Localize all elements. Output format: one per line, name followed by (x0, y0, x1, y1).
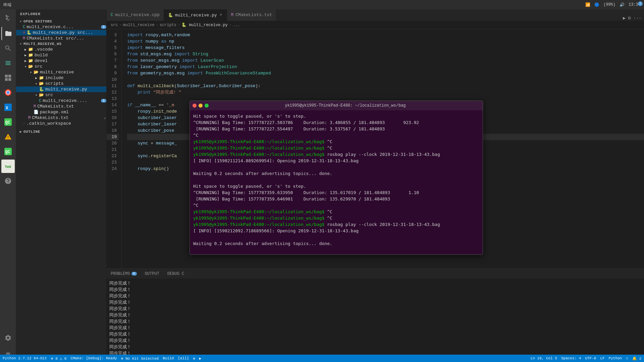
output-line-10: 同步完成！ (109, 338, 641, 344)
file-cmakelists-inner[interactable]: M CMakeLists.txt (16, 104, 106, 109)
tab-close-py[interactable]: × (219, 12, 223, 18)
tab-multi-receive-py[interactable]: 🐍 multi_receive.py × (164, 9, 227, 21)
devel-arrow: ▶ (23, 59, 28, 63)
status-feedback[interactable]: ☺ (626, 356, 628, 360)
file-multi-receive-py[interactable]: 🐍 multi_receive.py (16, 86, 106, 92)
folder-include[interactable]: ▶ 📁 include (16, 75, 106, 81)
open-editors-arrow: ▾ (18, 19, 23, 23)
more-actions-button[interactable]: ··· (634, 16, 641, 21)
activity-qt2[interactable]: QC (1, 145, 15, 158)
ln-23: 23 (107, 159, 119, 166)
status-spaces[interactable]: Spaces: 4 (561, 356, 581, 360)
status-cmake[interactable]: CMake: [Debug]: Ready (70, 356, 117, 360)
file-label-c: multi_receive.... (43, 98, 101, 103)
open-file-multi-receive-py[interactable]: × 🐍 multi_receive.py src... (16, 30, 106, 36)
status-run[interactable]: ▶ (199, 356, 202, 361)
outline-section[interactable]: ▶ OUTLINE (16, 129, 106, 134)
file-label-xml: package.xml (40, 110, 106, 115)
ln-19: 19 (107, 134, 119, 140)
activity-settings[interactable]: 1 (1, 331, 15, 345)
file-catkin-workspace[interactable]: · .catkin_workspace (16, 121, 106, 126)
status-position[interactable]: Ln 19, Col 5 (531, 356, 557, 360)
folder-build[interactable]: ▶ 📁 build (16, 52, 106, 58)
ln-11: 11 (107, 83, 119, 89)
terminal-maximize-button[interactable] (205, 104, 209, 108)
open-editors-section[interactable]: ▾ OPEN EDITORS (16, 19, 106, 24)
activity-source-control[interactable] (1, 12, 15, 25)
folder-icon-include: 📁 (39, 75, 44, 80)
tab-problems[interactable]: PROBLEMS 8 (107, 269, 141, 279)
root-section[interactable]: ▾ MULTI_RECEIVE_WS (16, 41, 106, 47)
output-line-8: 同步完成！ (109, 325, 641, 331)
status-notifications[interactable]: 🔔 2 (632, 356, 641, 361)
tab-label-cpp: multi_receive.cpp (115, 12, 160, 17)
line-numbers: 3 4 5 6 7 8 9 10 11 12 13 14 15 16 17 18… (107, 29, 122, 268)
status-build[interactable]: Build (163, 356, 174, 360)
activity-x[interactable]: X (1, 101, 15, 114)
status-bar-right: Ln 19, Col 5 Spaces: 4 UTF-8 LF Python ☺… (531, 356, 641, 361)
open-file-label-py: multi_receive.py src... (33, 30, 106, 35)
activity-chrome[interactable] (1, 86, 15, 99)
output-line-7: 同步完成！ (109, 318, 641, 325)
status-python[interactable]: Python 2.7.12 64-bit (3, 356, 47, 360)
terminal-close-button[interactable] (193, 104, 197, 108)
activity-warning[interactable] (1, 130, 15, 143)
split-editor-button[interactable]: ⊡ (628, 15, 631, 21)
build-arrow: ▶ (23, 53, 28, 57)
output-line-5: 同步完成！ (109, 306, 641, 312)
code-line-4: import numpy as np (127, 38, 644, 45)
output-line-2: 同步完成！ (109, 287, 641, 293)
open-file-cmakelists[interactable]: M CMakeLists.txt src/... (16, 36, 106, 41)
status-language[interactable]: Python (609, 356, 622, 360)
activity-qt[interactable]: QC (1, 115, 15, 129)
folder-label-vscode: .vscode (35, 47, 106, 52)
src-arrow: ▾ (23, 65, 28, 69)
activity-extensions[interactable] (1, 71, 15, 84)
folder-devel[interactable]: ▶ 📁 devel (16, 58, 106, 64)
breadcrumb-multi-receive[interactable]: multi_receive (123, 23, 155, 27)
activity-search[interactable] (1, 42, 15, 55)
folder-icon-multi-receive: 📂 (34, 70, 39, 75)
file-icon-py2: 🐍 (39, 87, 44, 92)
activity-help[interactable] (1, 174, 15, 188)
folder-src[interactable]: ▾ 📂 src (16, 64, 106, 69)
terminal-minimize-button[interactable] (199, 104, 203, 108)
status-encoding[interactable]: UTF-8 (585, 356, 596, 360)
tab-output[interactable]: OUTPUT (141, 269, 163, 279)
run-button[interactable]: ▶ (623, 15, 626, 21)
breadcrumb-src[interactable]: src (111, 23, 118, 27)
status-errors[interactable]: ⊗ 8 △ 0 (51, 356, 66, 361)
folder-scripts[interactable]: ▾ 📂 scripts (16, 81, 106, 86)
tab-icon-cpp: C (111, 13, 113, 17)
open-file-label-cmake: CMakeLists.txt src/... (26, 36, 106, 41)
activity-latex[interactable]: TeX (1, 160, 15, 173)
file-package-xml[interactable]: 📄 package.xml (16, 109, 106, 115)
folder-src2[interactable]: ▾ 📂 src (16, 92, 106, 98)
file-icon-cmake2: M (34, 104, 36, 109)
status-gear[interactable]: ⚙ (193, 356, 195, 361)
svg-text:QC: QC (5, 120, 10, 125)
system-bar-left: 终端 (3, 2, 11, 8)
activity-terminal[interactable] (1, 56, 15, 70)
tab-cmakelists[interactable]: M CMakeLists.txt (227, 9, 276, 21)
output-line-1: 同步完成！ (109, 280, 641, 287)
file-cmakelists-outer[interactable]: M CMakeLists.txt ↙ (16, 115, 106, 121)
status-all[interactable]: [all] (178, 356, 189, 360)
file-badge-c: 8 (101, 25, 106, 29)
folder-label-scripts: scripts (45, 81, 106, 86)
scripts-arrow: ▾ (34, 82, 39, 86)
tab-debug-console[interactable]: DEBUG C (163, 269, 188, 279)
status-no-kit[interactable]: ⊗ No Kit Selected (121, 356, 159, 361)
file-multi-receive-c[interactable]: C multi_receive.... 8 (16, 98, 106, 104)
term-line-7: yk1995@yk1995-ThinkPad-E480:~/localizati… (193, 151, 479, 158)
activity-explorer[interactable] (1, 27, 15, 40)
breadcrumb-scripts[interactable]: scripts (160, 23, 176, 27)
tab-multi-receive-cpp[interactable]: C multi_receive.cpp (107, 9, 164, 21)
folder-multi-receive[interactable]: ▾ 📂 multi_receive (16, 69, 106, 75)
breadcrumb-file[interactable]: 🐍 multi_receive.py (181, 22, 227, 27)
terminal-content[interactable]: Hit space to toggle paused, or 's' to st… (190, 110, 483, 254)
status-line-ending[interactable]: LF (600, 356, 604, 360)
folder-vscode[interactable]: ▶ 📁 .vscode (16, 47, 106, 52)
code-line-12: print "同步完成! " (127, 89, 644, 96)
open-file-multi-receive-c[interactable]: C multi_receive.c... 8 (16, 24, 106, 30)
